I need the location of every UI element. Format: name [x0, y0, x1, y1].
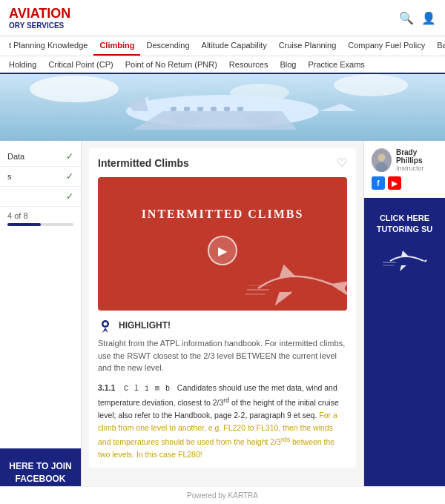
nav-item-blog[interactable]: Blog — [274, 56, 302, 73]
nav-item-resources[interactable]: Resources — [223, 56, 274, 73]
sidebar-right: Brady Phillips Instructor f ▶ CLICK HERE… — [363, 141, 445, 504]
video-thumbnail[interactable]: Intermitted Climbs ▶ — [98, 177, 347, 311]
nav-item-cp[interactable]: Critical Point (CP) — [42, 56, 119, 73]
play-button[interactable]: ▶ — [208, 236, 237, 265]
check-icon: ✓ — [66, 191, 73, 202]
highlight-marker: HIGHLIGHT! — [98, 318, 347, 333]
svg-rect-15 — [211, 107, 217, 111]
video-plane-logo — [243, 251, 347, 311]
footer-text: Powered by KARTRA — [187, 491, 258, 500]
content-card: Intermitted Climbs ♡ Intermitted Climbs … — [89, 148, 356, 468]
nav-item-fuel[interactable]: Company Fuel Policy — [342, 36, 431, 56]
tutoring-banner[interactable]: CLICK HERETUTORING SU — [364, 198, 445, 504]
facebook-icon[interactable]: f — [372, 176, 385, 190]
svg-rect-17 — [237, 107, 243, 111]
list-item-label: s — [7, 172, 12, 181]
footer: Powered by KARTRA — [0, 486, 445, 504]
nav-item-planning[interactable]: t Planning Knowledge — [3, 36, 93, 56]
svg-marker-9 — [193, 111, 297, 130]
youtube-icon[interactable]: ▶ — [388, 176, 401, 190]
svg-rect-16 — [224, 107, 230, 111]
svg-point-36 — [378, 154, 385, 162]
nav-item-altitude[interactable]: Altitude Capability — [196, 36, 273, 56]
progress-label: 4 of 8 — [7, 211, 28, 220]
list-item-s[interactable]: s ✓ — [0, 167, 81, 187]
list-item-data[interactable]: Data ✓ — [0, 147, 81, 167]
sidebar-progress: 4 of 8 — [0, 207, 81, 231]
logo: AVIATION ORY SERVICES — [9, 6, 70, 30]
tutoring-plane-icon — [383, 246, 427, 282]
highlight-description: Straight from the ATPL information handb… — [98, 339, 345, 372]
sidebar-list: Data ✓ s ✓ ✓ 4 of 8 — [0, 141, 81, 448]
handbook-section: 3.1.1 C l i m b Candidates should use th… — [98, 382, 347, 461]
logo-sub: ORY SERVICES — [9, 21, 70, 30]
nav-item-holding[interactable]: Holding — [3, 56, 42, 73]
nav-bar-primary: t Planning Knowledge Climbing Descending… — [0, 36, 445, 56]
nav-item-basic[interactable]: Basic Flight Plans — [431, 36, 445, 56]
svg-point-1 — [30, 76, 119, 102]
instructor-info: Brady Phillips Instructor — [396, 148, 438, 172]
favorite-icon[interactable]: ♡ — [337, 156, 347, 170]
sidebar-left: Data ✓ s ✓ ✓ 4 of 8 HERE TO JOINFACEBOOK… — [0, 141, 82, 504]
highlight-colored-text: For a climb from one level to another, e… — [98, 411, 337, 459]
check-icon: ✓ — [66, 171, 73, 182]
svg-rect-12 — [171, 107, 177, 111]
header-icons: 🔍 👤 — [399, 11, 436, 25]
svg-rect-13 — [184, 107, 190, 111]
list-item-empty[interactable]: ✓ — [0, 187, 81, 207]
instructor-role: Instructor — [396, 165, 438, 172]
section-number: 3.1.1 — [98, 383, 115, 392]
handbook-body: Candidates should use the met data, wind… — [98, 383, 339, 459]
highlight-label: HIGHLIGHT! — [119, 320, 171, 331]
avatar — [372, 148, 392, 172]
user-icon[interactable]: 👤 — [421, 11, 436, 25]
instructor-name: Brady Phillips — [396, 148, 438, 165]
check-icon: ✓ — [66, 151, 73, 162]
nav-bar-secondary: Holding Critical Point (CP) Point of No … — [0, 56, 445, 74]
search-icon[interactable]: 🔍 — [399, 11, 414, 25]
tutoring-text: CLICK HERETUTORING SU — [377, 213, 433, 236]
highlight-text: Straight from the ATPL information handb… — [98, 337, 347, 374]
svg-point-2 — [334, 74, 408, 96]
header: AVIATION ORY SERVICES 🔍 👤 — [0, 0, 445, 36]
climb-word: C l i m b — [124, 385, 171, 393]
instructor-top: Brady Phillips Instructor — [372, 148, 438, 172]
svg-rect-14 — [197, 107, 203, 111]
main-layout: Data ✓ s ✓ ✓ 4 of 8 HERE TO JOINFACEBOOK… — [0, 141, 445, 504]
content-title: Intermitted Climbs — [98, 157, 189, 169]
nav-item-exams[interactable]: Practice Exams — [302, 56, 370, 73]
nav-item-cruise[interactable]: Cruise Planning — [273, 36, 343, 56]
svg-point-34 — [104, 322, 108, 326]
location-pin — [98, 318, 113, 333]
highlight-section: HIGHLIGHT! Straight from the ATPL inform… — [89, 311, 356, 468]
nav-item-descending[interactable]: Descending — [140, 36, 195, 56]
social-icons: f ▶ — [372, 176, 438, 190]
video-title: Intermitted Climbs — [142, 208, 304, 221]
progress-bar-fill — [7, 223, 41, 226]
instructor-card: Brady Phillips Instructor f ▶ — [364, 141, 445, 198]
content-header: Intermitted Climbs ♡ — [89, 148, 356, 177]
list-item-label: Data — [7, 152, 24, 161]
svg-marker-38 — [423, 259, 427, 262]
nav-item-climbing[interactable]: Climbing — [93, 36, 140, 56]
hero-image — [0, 74, 445, 141]
content-center: Intermitted Climbs ♡ Intermitted Climbs … — [82, 141, 363, 504]
progress-bar-wrap — [7, 223, 73, 226]
logo-aviation: AVIATION — [9, 6, 70, 21]
nav-item-pnr[interactable]: Point of No Return (PNR) — [119, 56, 223, 73]
